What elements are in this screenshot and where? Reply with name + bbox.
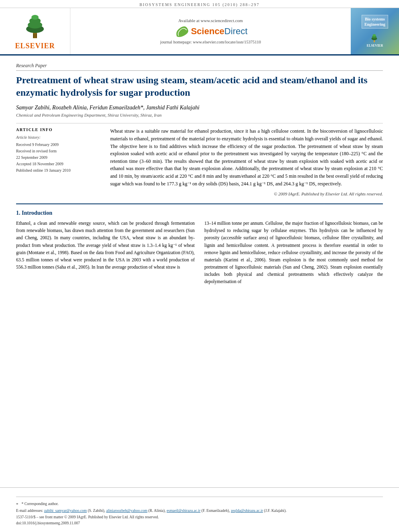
email-link-3[interactable]: esmaeil@shirazu.ac.ir	[167, 509, 200, 513]
divider-1	[16, 123, 383, 123]
intro-col-left: Ethanol, a clean and renewable energy so…	[16, 220, 195, 285]
journal-badge-line1: Bio systems	[364, 16, 385, 22]
section-divider-1	[16, 203, 383, 204]
journal-badge: Bio systems Engineering	[362, 15, 388, 29]
issn-note: 1537-5110/$ – see front matter © 2009 IA…	[16, 514, 383, 520]
history-item-1: Received in revised form	[16, 148, 101, 154]
article-info-section: ARTICLE INFO Article history: Received 9…	[16, 127, 383, 196]
corresponding-author-note: * * Corresponding author.	[16, 501, 383, 508]
introduction-section: 1. Introduction Ethanol, a clean and ren…	[16, 210, 383, 285]
journal-badge-area: Bio systems Engineering ELSEVIER	[351, 8, 399, 54]
abstract-col: Wheat straw is a suitable raw material f…	[110, 127, 383, 196]
paper-type-label: Research Paper	[16, 63, 383, 71]
email-label: E-mail addresses:	[16, 509, 44, 513]
intro-heading-num: 1.	[16, 210, 21, 216]
corresponding-author-label: * Corresponding author.	[22, 501, 59, 508]
svg-point-4	[31, 15, 39, 20]
footnote-star: *	[16, 501, 19, 508]
svg-point-10	[373, 34, 376, 37]
history-item-3: Accepted 18 November 2009	[16, 161, 101, 167]
available-text: Available at www.sciencedirect.com	[178, 18, 243, 23]
email-link-1[interactable]: zabihi_samyar@yahoo.com	[44, 509, 87, 513]
email-context-3: (F. Esmaeilzadeh),	[202, 509, 231, 513]
history-item-2: 22 September 2009	[16, 154, 101, 161]
footer-divider	[16, 497, 383, 497]
elsevier-logo-area: ELSEVIER	[0, 8, 70, 54]
article-history-label: Article history:	[16, 135, 101, 140]
abstract-text: Wheat straw is a suitable raw material f…	[110, 127, 383, 187]
email-context-1: (S. Zabihi),	[88, 509, 106, 513]
elsevier-small-logo: ELSEVIER	[367, 33, 383, 47]
journal-reference: BIOSYSTEMS ENGINEERING 105 (2010) 288–29…	[0, 0, 399, 8]
doi-note: doi:10.1016/j.biosystemseng.2009.11.007	[16, 520, 383, 526]
email-note: E-mail addresses: zabihi_samyar@yahoo.co…	[16, 508, 383, 514]
email-context-4: (J.F. Kalajahi).	[264, 509, 286, 513]
journal-homepage: journal homepage: www.elsevier.com/locat…	[160, 40, 261, 44]
elsevier-small-icon	[369, 33, 381, 43]
email-context-2: (R. Alinia),	[148, 509, 167, 513]
sciencedirect-leaf-icon	[174, 25, 189, 37]
svg-rect-6	[36, 34, 37, 38]
svg-rect-5	[33, 34, 34, 38]
sciencedirect-text: ScienceDirect	[191, 26, 248, 37]
main-content: Research Paper Pretreatment of wheat str…	[0, 55, 399, 487]
intro-body: Ethanol, a clean and renewable energy so…	[16, 220, 383, 285]
footer: * * Corresponding author. E-mail address…	[0, 487, 399, 532]
history-item-4: Published online 19 January 2010	[16, 167, 101, 174]
email-link-2[interactable]: aliniaroozbeh@yahoo.com	[106, 509, 147, 513]
elsevier-logo: ELSEVIER	[15, 12, 55, 50]
article-info-col: ARTICLE INFO Article history: Received 9…	[16, 127, 101, 196]
header: ELSEVIER Available at www.sciencedirect.…	[0, 8, 399, 55]
sciencedirect-logo: ScienceDirect	[174, 25, 248, 37]
elsevier-text: ELSEVIER	[15, 42, 55, 50]
header-center: Available at www.sciencedirect.com Scien…	[70, 8, 351, 54]
intro-col-right: 13–14 million tonne per annum. Cellulose…	[204, 220, 383, 285]
email-link-4[interactable]: zeglda@shirazu.ac.ir	[231, 509, 263, 513]
elsevier-small-text: ELSEVIER	[367, 44, 383, 47]
page: BIOSYSTEMS ENGINEERING 105 (2010) 288–29…	[0, 0, 399, 532]
history-item-0: Received 9 February 2009	[16, 142, 101, 148]
elsevier-tree-icon	[19, 12, 51, 40]
affiliation: Chemical and Petroleum Engineering Depar…	[16, 113, 383, 117]
intro-heading-text: Introduction	[22, 210, 52, 216]
intro-heading: 1. Introduction	[16, 210, 383, 216]
copyright: © 2009 IAgrE. Published by Elsevier Ltd.…	[110, 191, 383, 196]
authors: Samyar Zabihi, Roozbeh Alinia, Feridun E…	[16, 105, 383, 111]
article-info-heading: ARTICLE INFO	[16, 127, 101, 132]
journal-badge-line2: Engineering	[364, 22, 385, 27]
article-title: Pretreatment of wheat straw using steam,…	[16, 74, 383, 99]
